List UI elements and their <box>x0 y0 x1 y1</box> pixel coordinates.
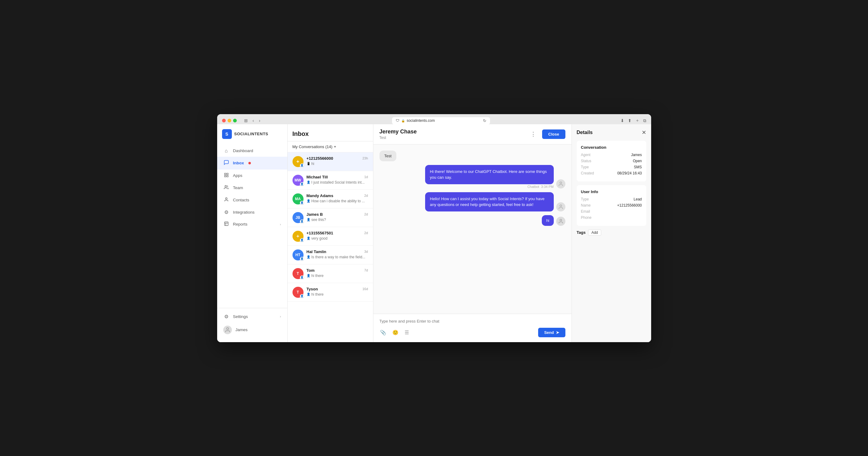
chat-area: Jeremy Chase Test ⋮ Close Test Hi there!… <box>373 124 571 342</box>
message-bubble: Hi there! Welcome to our ChatGPT Chatbot… <box>425 165 554 184</box>
conversation-item[interactable]: T 👤 Tyson 16d 👤 hi there <box>288 283 373 302</box>
conv-avatar: T 👤 <box>292 268 304 279</box>
conv-initials: MA <box>295 197 301 201</box>
tags-section: Tags Add <box>577 230 646 236</box>
sidebar-item-integrations[interactable]: ⚙ Integrations <box>217 206 287 218</box>
share-icon[interactable]: ⬆ <box>628 118 631 123</box>
detail-value: James <box>602 153 642 157</box>
conv-preview: 👤 hi there <box>307 292 368 297</box>
conv-avatar: HT 👤 <box>292 250 304 260</box>
bot-badge: 👤 <box>300 257 304 261</box>
detail-label: Name <box>581 203 602 207</box>
conv-initials: T <box>297 271 299 276</box>
conv-name: +13155567501 <box>307 231 333 235</box>
conv-content: Hal Tamlin 3d 👤 Is there a way to make t… <box>307 250 368 259</box>
preview-text: hi there <box>311 292 324 297</box>
sidebar-item-dashboard[interactable]: ⌂ Dashboard <box>217 145 287 157</box>
conv-time: 1d <box>364 175 368 179</box>
traffic-light-green[interactable] <box>233 119 237 122</box>
attachment-button[interactable]: 📎 <box>379 329 387 336</box>
send-button[interactable]: Send ➤ <box>538 328 565 337</box>
sidebar-item-label: Dashboard <box>233 149 253 153</box>
conv-content: James B 2d 👤 see this? <box>307 212 368 222</box>
preview-icon: 👤 <box>307 181 310 184</box>
sidebar-item-label: Contacts <box>233 198 249 202</box>
chat-contact-sub: Test <box>379 136 528 140</box>
svg-rect-6 <box>224 222 228 226</box>
conversation-item[interactable]: HT 👤 Hal Tamlin 3d 👤 Is there a way to m… <box>288 246 373 264</box>
conv-time: 2d <box>364 213 368 216</box>
sidebar-toggle-btn[interactable]: ⊞ <box>243 118 249 124</box>
conversation-item[interactable]: T 👤 Tom 7d 👤 hi there <box>288 264 373 283</box>
sidebar-item-reports[interactable]: Reports › <box>217 218 287 230</box>
sidebar-item-user[interactable]: James <box>217 323 287 337</box>
tabs-icon[interactable]: ⧉ <box>643 118 646 123</box>
conversation-section-title: Conversation <box>581 145 642 150</box>
filter-label: My Conversations (14) <box>292 144 333 149</box>
traffic-light-red[interactable] <box>222 119 226 122</box>
inbox-icon <box>223 160 229 166</box>
conv-preview: 📱 hi <box>307 162 368 166</box>
bot-avatar <box>556 180 565 189</box>
refresh-icon[interactable]: ↻ <box>483 119 486 123</box>
preview-icon: 👤 <box>307 255 310 259</box>
apps-icon <box>223 173 229 179</box>
detail-row: Status Open <box>581 159 642 163</box>
settings-chevron: › <box>280 315 281 318</box>
sidebar-item-inbox[interactable]: Inbox <box>217 157 287 169</box>
svg-point-7 <box>226 327 228 330</box>
user-name: James <box>236 327 248 332</box>
sidebar-item-apps[interactable]: Apps <box>217 169 287 182</box>
settings-icon: ⚙ <box>223 314 229 320</box>
download-icon[interactable]: ⬇ <box>621 118 624 123</box>
sidebar-item-contacts[interactable]: Contacts <box>217 194 287 206</box>
detail-value: SMS <box>602 165 642 169</box>
sidebar-item-label: Apps <box>233 173 243 178</box>
bot-badge: 👤 <box>300 238 304 242</box>
close-chat-button[interactable]: Close <box>542 129 565 139</box>
list-button[interactable]: ☰ <box>404 329 409 336</box>
chat-header-info: Jeremy Chase Test <box>379 129 528 140</box>
conversations-filter[interactable]: My Conversations (14) ▾ <box>288 141 373 153</box>
conv-initials: + <box>297 159 299 164</box>
conversation-item[interactable]: MW 👤 Michael Till 1d 👤 I just installed … <box>288 171 373 190</box>
conversation-item[interactable]: + 👤 +13155567501 2d 👤 very good <box>288 227 373 246</box>
forward-btn[interactable]: › <box>257 118 261 124</box>
more-options-button[interactable]: ⋮ <box>528 129 538 139</box>
preview-text: How can i disable the ability to ... <box>311 199 365 203</box>
contacts-icon <box>223 197 229 203</box>
conv-preview: 👤 How can i disable the ability to ... <box>307 199 368 203</box>
conv-time: 2d <box>364 231 368 235</box>
close-details-button[interactable]: ✕ <box>642 129 646 136</box>
conv-content: Tom 7d 👤 hi there <box>307 268 368 278</box>
bot-avatar <box>556 202 565 211</box>
svg-rect-1 <box>227 173 228 175</box>
conversation-item[interactable]: + 👤 +12125566000 23h 📱 hi <box>288 153 373 171</box>
preview-icon: 📱 <box>307 162 310 165</box>
tags-label: Tags <box>577 230 586 235</box>
back-btn[interactable]: ‹ <box>251 118 255 124</box>
conv-name: Michael Till <box>307 175 328 180</box>
traffic-light-yellow[interactable] <box>227 119 231 122</box>
conv-content: +12125566000 23h 📱 hi <box>307 156 368 166</box>
emoji-button[interactable]: 🙂 <box>392 329 399 336</box>
chat-tools: 📎 🙂 ☰ <box>379 329 409 336</box>
conv-avatar: MW 👤 <box>292 175 304 186</box>
preview-icon: 👤 <box>307 199 310 203</box>
sidebar-item-team[interactable]: Team <box>217 182 287 194</box>
chat-input[interactable] <box>379 319 565 324</box>
address-bar[interactable]: 🛡 🔒 socialintents.com ↻ <box>392 117 490 124</box>
chat-input-area: 📎 🙂 ☰ Send ➤ <box>373 314 571 342</box>
details-title: Details <box>577 130 593 135</box>
shield-icon: 🛡 <box>396 119 399 123</box>
add-tag-button[interactable]: Add <box>588 230 601 236</box>
inbox-panel: Inbox My Conversations (14) ▾ + 👤 +12125… <box>288 124 373 342</box>
sidebar-item-label: Integrations <box>233 210 255 215</box>
new-tab-icon[interactable]: ＋ <box>635 118 640 123</box>
user-avatar <box>556 217 565 226</box>
conversation-item[interactable]: JB 👤 James B 2d 👤 see this? <box>288 208 373 227</box>
conv-preview: 👤 very good <box>307 236 368 240</box>
details-panel: Details ✕ Conversation Agent James Statu… <box>571 124 651 342</box>
conversation-item[interactable]: MA 👤 Mandy Adams 2d 👤 How can i disable … <box>288 190 373 208</box>
sidebar-item-settings[interactable]: ⚙ Settings › <box>217 311 287 323</box>
